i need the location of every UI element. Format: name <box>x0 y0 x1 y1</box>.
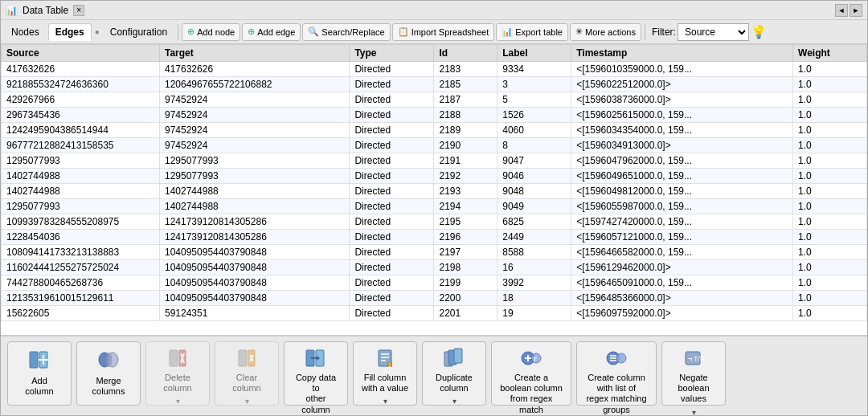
delete-column-button[interactable]: Deletecolumn ▾ <box>145 341 210 406</box>
fill-column-button[interactable]: 1 Fill columnwith a value ▾ <box>353 341 417 406</box>
table-row[interactable]: 12950779931402744988Directed21949049<[15… <box>2 199 867 214</box>
create-regex-groups-button[interactable]: Create column with list ofregex matching… <box>576 341 657 406</box>
add-column-button[interactable]: Addcolumn <box>7 341 72 406</box>
cell-4-3: 2189 <box>434 123 497 138</box>
table-row[interactable]: 12284540361241739120814305286Directed219… <box>2 230 867 245</box>
separator-1 <box>178 24 178 40</box>
merge-columns-button[interactable]: Mergecolumns <box>76 341 141 406</box>
cell-3-3: 2188 <box>434 108 497 123</box>
fill-column-dropdown-arrow[interactable]: ▾ <box>383 397 387 406</box>
add-node-button[interactable]: ⊕ Add node <box>182 23 240 41</box>
add-edge-button[interactable]: ⊕ Add edge <box>242 23 301 41</box>
svg-rect-27 <box>454 349 462 363</box>
table-row[interactable]: 7442788004652687361040950954403790848Dir… <box>2 275 867 291</box>
cell-1-3: 2185 <box>434 77 497 92</box>
cell-11-2: Directed <box>350 230 434 245</box>
nav-next-btn[interactable]: ► <box>850 4 862 17</box>
copy-column-button[interactable]: Copy data toother column ▾ <box>284 341 348 406</box>
cell-12-2: Directed <box>350 245 434 260</box>
create-boolean-icon: T <box>520 347 542 369</box>
cell-7-3: 2192 <box>434 169 497 184</box>
cell-1-2: Directed <box>350 77 434 92</box>
col-header-type[interactable]: Type <box>350 45 434 62</box>
delete-column-dropdown-arrow[interactable]: ▾ <box>176 397 180 406</box>
cell-12-4: 8588 <box>497 245 571 260</box>
cell-4-2: Directed <box>350 123 434 138</box>
tab-edges[interactable]: Edges <box>48 23 92 41</box>
delete-column-label: Deletecolumn <box>163 373 191 394</box>
data-table-container[interactable]: Source Target Type Id Label Timestamp We… <box>1 44 867 335</box>
clear-column-dropdown-arrow[interactable]: ▾ <box>245 397 249 406</box>
copy-column-icon <box>305 347 327 369</box>
col-header-id[interactable]: Id <box>434 45 497 62</box>
create-regex-groups-label: Create column with list ofregex matching… <box>583 373 649 415</box>
table-row[interactable]: 12950779931295077993Directed21919047<[15… <box>2 153 867 169</box>
tab-configuration[interactable]: Configuration <box>103 23 174 41</box>
table-row[interactable]: 14027449881402744988Directed21939048<[15… <box>2 184 867 199</box>
negate-boolean-button[interactable]: ¬ T/F Negateboolean values ▾ <box>661 341 726 406</box>
clear-column-button[interactable]: Clearcolumn ▾ <box>215 341 279 406</box>
cell-9-6: 1.0 <box>793 199 867 214</box>
cell-15-1: 1040950954403790848 <box>160 291 350 306</box>
tab-nodes[interactable]: Nodes <box>4 23 47 41</box>
import-button[interactable]: 📋 Import Spreadsheet <box>392 23 495 41</box>
table-row[interactable]: 1160244412552757250241040950954403790848… <box>2 260 867 275</box>
fill-column-icon: 1 <box>374 347 396 369</box>
bulb-icon[interactable]: 💡 <box>751 24 767 39</box>
clear-column-icon <box>235 347 258 369</box>
negate-boolean-dropdown-arrow[interactable]: ▾ <box>692 408 696 416</box>
cell-15-3: 2200 <box>434 291 497 306</box>
duplicate-column-button[interactable]: Duplicatecolumn ▾ <box>422 341 486 406</box>
close-button[interactable]: × <box>73 5 84 16</box>
table-row[interactable]: 1562260559124351Directed220119<[15960975… <box>2 306 867 321</box>
cell-6-0: 1295077993 <box>2 153 160 169</box>
create-boolean-button[interactable]: T Create a boolean columnfrom regex matc… <box>491 341 571 406</box>
table-row[interactable]: 296734543697452924Directed21881526<[1596… <box>2 108 867 123</box>
cell-14-2: Directed <box>350 275 434 291</box>
table-body: 417632626417632626Directed21839334<[1596… <box>2 62 867 321</box>
export-button[interactable]: 📊 Export table <box>496 23 568 41</box>
negate-boolean-label: Negateboolean values <box>669 373 719 405</box>
cell-2-2: Directed <box>350 92 434 108</box>
cell-16-4: 19 <box>497 306 571 321</box>
nav-prev-btn[interactable]: ◄ <box>835 4 848 17</box>
window-title: Data Table <box>23 5 68 16</box>
cell-3-6: 1.0 <box>793 108 867 123</box>
cell-4-4: 4060 <box>497 123 571 138</box>
cell-9-4: 9049 <box>497 199 571 214</box>
table-row[interactable]: 14027449881295077993Directed21929046<[15… <box>2 169 867 184</box>
cell-1-4: 3 <box>497 77 571 92</box>
table-row[interactable]: 417632626417632626Directed21839334<[1596… <box>2 62 867 77</box>
cell-12-5: <[1596466582000.0, 159... <box>571 245 793 260</box>
col-header-weight[interactable]: Weight <box>793 45 867 62</box>
cell-10-0: 109939783284555208975 <box>2 214 160 230</box>
table-row[interactable]: 1099397832845552089751241739120814305286… <box>2 214 867 230</box>
col-header-label[interactable]: Label <box>497 45 571 62</box>
cell-5-4: 8 <box>497 138 571 153</box>
cell-3-1: 97452924 <box>160 108 350 123</box>
cell-8-5: <[1596049812000.0, 159... <box>571 184 793 199</box>
table-row[interactable]: 9677721288241315853597452924Directed2190… <box>2 138 867 153</box>
search-replace-button[interactable]: 🔍 Search/Replace <box>302 23 390 41</box>
svg-rect-0 <box>30 352 38 368</box>
more-actions-button[interactable]: ✳ More actions <box>570 23 641 41</box>
col-header-source[interactable]: Source <box>2 45 160 62</box>
filter-dropdown[interactable]: Source Target Type Id Label Timestamp We… <box>678 23 749 41</box>
cell-10-1: 1241739120814305286 <box>160 214 350 230</box>
table-row[interactable]: 1080941417332131388831040950954403790848… <box>2 245 867 260</box>
window-icon: 📊 <box>6 5 18 16</box>
table-row[interactable]: 124249590438651494497452924Directed21894… <box>2 123 867 138</box>
col-header-timestamp[interactable]: Timestamp <box>571 45 793 62</box>
cell-7-0: 1402744988 <box>2 169 160 184</box>
duplicate-column-dropdown-arrow[interactable]: ▾ <box>452 397 457 406</box>
svg-point-34 <box>616 353 626 363</box>
cell-9-2: Directed <box>350 199 434 214</box>
cell-10-6: 1.0 <box>793 214 867 230</box>
table-row[interactable]: 42926796697452924Directed21875<[15960387… <box>2 92 867 108</box>
table-row[interactable]: 121353196100151296111040950954403790848D… <box>2 291 867 306</box>
cell-8-0: 1402744988 <box>2 184 160 199</box>
cell-16-1: 59124351 <box>160 306 350 321</box>
table-row[interactable]: 921885532472463636012064967655722106882D… <box>2 77 867 92</box>
cell-5-2: Directed <box>350 138 434 153</box>
col-header-target[interactable]: Target <box>160 45 350 62</box>
